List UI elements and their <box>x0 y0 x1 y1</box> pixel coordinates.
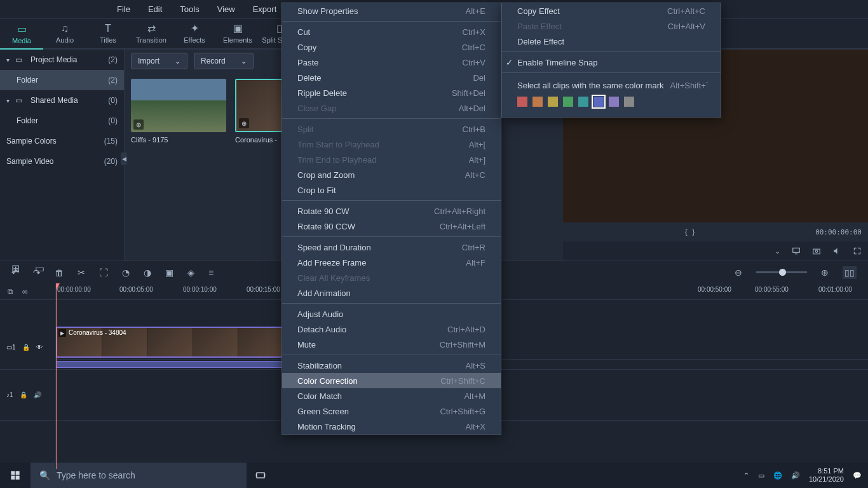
color-swatch[interactable] <box>548 97 558 107</box>
menu-item[interactable]: CopyCtrl+C <box>282 39 501 55</box>
color-swatch[interactable] <box>593 97 604 107</box>
tray-notifications-icon[interactable]: 💬 <box>853 471 862 480</box>
snapshot-icon[interactable] <box>812 247 821 255</box>
tray-chevron-icon[interactable]: ⌃ <box>743 471 749 480</box>
lock-icon[interactable]: 🔒 <box>20 391 27 398</box>
audio-track-header[interactable]: ♪1🔒🔊 <box>0 370 55 421</box>
menu-edit[interactable]: Edit <box>139 0 171 19</box>
display-icon[interactable] <box>792 247 801 255</box>
import-dropdown[interactable]: Import <box>131 53 187 69</box>
tab-effects[interactable]: ✦Effects <box>173 18 216 48</box>
add-icon[interactable]: ⊕ <box>133 119 144 130</box>
record-dropdown[interactable]: Record <box>194 53 254 69</box>
taskbar-search[interactable]: 🔍Type here to search <box>31 463 247 488</box>
menu-item[interactable]: DeleteDel <box>282 70 501 85</box>
menu-item[interactable]: Green ScreenCtrl+Shift+G <box>282 403 501 419</box>
new-folder-icon[interactable]: ⊞ <box>11 262 20 274</box>
sidebar-item-sample-video[interactable]: Sample Video(20) <box>0 151 124 172</box>
tray-battery-icon[interactable]: ▭ <box>758 471 764 480</box>
zoom-slider[interactable] <box>756 271 807 273</box>
video-track-header[interactable]: ▭1🔒👁 <box>0 325 55 370</box>
menu-item[interactable]: Show PropertiesAlt+E <box>282 3 501 18</box>
menu-item[interactable]: Motion TrackingAlt+X <box>282 419 501 434</box>
menu-item[interactable]: Ripple DeleteShift+Del <box>282 85 501 100</box>
quality-dropdown[interactable]: ⌄ <box>775 247 780 255</box>
split-icon[interactable]: ✂ <box>78 268 85 278</box>
color-icon[interactable]: ◑ <box>144 268 151 278</box>
audio-clip[interactable] <box>56 361 285 368</box>
tab-titles[interactable]: TTitles <box>86 18 130 48</box>
menu-file[interactable]: File <box>108 0 139 19</box>
svg-rect-2 <box>793 248 800 252</box>
sidebar-item-folder[interactable]: Folder(2) <box>0 70 124 90</box>
start-button[interactable] <box>0 463 31 488</box>
menu-item[interactable]: Adjust Audio <box>282 306 501 322</box>
collapse-sidebar-button[interactable]: ◀ <box>121 152 127 165</box>
menu-item[interactable]: ✓Enable Timeline Snap <box>502 55 721 70</box>
menu-item[interactable]: Color CorrectionCtrl+Shift+C <box>282 373 501 388</box>
menu-item[interactable]: StabilizationAlt+S <box>282 358 501 373</box>
menu-item[interactable]: Detach AudioCtrl+Alt+D <box>282 322 501 337</box>
fullscreen-icon[interactable] <box>853 247 862 255</box>
add-icon[interactable]: ⊕ <box>239 118 249 128</box>
marker-out-icon[interactable]: } <box>693 228 695 236</box>
color-swatch[interactable] <box>532 97 543 107</box>
menu-item[interactable]: Rotate 90 CCWCtrl+Alt+Left <box>282 219 501 234</box>
menu-view[interactable]: View <box>208 0 244 19</box>
sidebar-item-shared-media[interactable]: ▾▭Shared Media(0) <box>0 90 124 111</box>
color-swatch[interactable] <box>624 97 634 107</box>
sidebar-item-folder-2[interactable]: Folder(0) <box>0 111 124 131</box>
color-swatch[interactable] <box>609 97 619 107</box>
menu-item[interactable]: MuteCtrl+Shift+M <box>282 337 501 352</box>
volume-icon[interactable] <box>832 247 841 255</box>
menu-item[interactable]: Rotate 90 CWCtrl+Alt+Right <box>282 203 501 219</box>
media-thumbnail[interactable]: ⊕ Cliffs - 9175 <box>131 79 226 144</box>
menu-item[interactable]: Add Freeze FrameAlt+F <box>282 255 501 270</box>
speaker-icon[interactable]: 🔊 <box>34 391 41 398</box>
menu-item[interactable]: Add Animation <box>282 285 501 301</box>
folder-icon[interactable]: ▭ <box>35 262 44 274</box>
sidebar-item-project-media[interactable]: ▾▭Project Media(2) <box>0 50 124 70</box>
tray-volume-icon[interactable]: 🔊 <box>791 471 800 480</box>
menu-item[interactable]: Crop and ZoomAlt+C <box>282 167 501 182</box>
chevron-down-icon: ▾ <box>6 57 15 64</box>
menu-item[interactable]: Crop to Fit <box>282 182 501 198</box>
menu-export[interactable]: Export <box>244 0 286 19</box>
playhead[interactable] <box>56 283 57 469</box>
color-swatch[interactable] <box>517 97 527 107</box>
color-swatch[interactable] <box>563 97 573 107</box>
crop-icon[interactable]: ⛶ <box>99 268 108 278</box>
tab-audio[interactable]: ♫Audio <box>43 18 86 48</box>
link-icon[interactable]: ⧉ <box>8 287 13 296</box>
marker-in-icon[interactable]: { <box>685 228 688 236</box>
eye-icon[interactable]: 👁 <box>36 344 43 351</box>
menu-item[interactable]: Copy EffectCtrl+Alt+C <box>502 3 721 18</box>
zoom-out-icon[interactable]: ⊖ <box>735 268 742 278</box>
menu-tools[interactable]: Tools <box>171 0 208 19</box>
greenscreen-icon[interactable]: ▣ <box>165 268 173 278</box>
video-clip[interactable]: Coronavirus - 34804 ▶ <box>56 327 285 358</box>
menu-item[interactable]: CutCtrl+X <box>282 24 501 39</box>
tray-clock[interactable]: 8:51 PM 10/21/2020 <box>809 467 844 484</box>
menu-item[interactable]: Color MatchAlt+M <box>282 388 501 403</box>
keyframe-icon[interactable]: ◈ <box>187 268 194 278</box>
task-view-button[interactable] <box>247 463 275 488</box>
menu-item[interactable]: PasteCtrl+V <box>282 55 501 70</box>
zoom-in-icon[interactable]: ⊕ <box>821 268 829 278</box>
menu-item[interactable]: Speed and DurationCtrl+R <box>282 240 501 255</box>
sidebar-item-sample-colors[interactable]: Sample Colors(15) <box>0 131 124 151</box>
lock-icon[interactable]: 🔒 <box>22 344 30 351</box>
tab-elements[interactable]: ▣Elements <box>216 18 259 48</box>
link2-icon[interactable]: ∞ <box>22 287 28 296</box>
speed-icon[interactable]: ◔ <box>122 268 130 278</box>
delete-icon[interactable]: 🗑 <box>55 268 64 278</box>
tab-transition[interactable]: ⇄Transition <box>130 18 173 48</box>
svg-point-4 <box>815 250 818 253</box>
zoom-fit-icon[interactable]: ▯▯ <box>843 266 857 279</box>
tab-media[interactable]: ▭Media <box>0 19 43 50</box>
menu-item[interactable]: Delete Effect <box>502 34 721 49</box>
tray-network-icon[interactable]: 🌐 <box>773 471 782 480</box>
color-swatch[interactable] <box>578 97 588 107</box>
preview-timecode: 00:00:00:00 <box>815 228 862 236</box>
settings-icon[interactable]: ≡ <box>208 268 214 278</box>
